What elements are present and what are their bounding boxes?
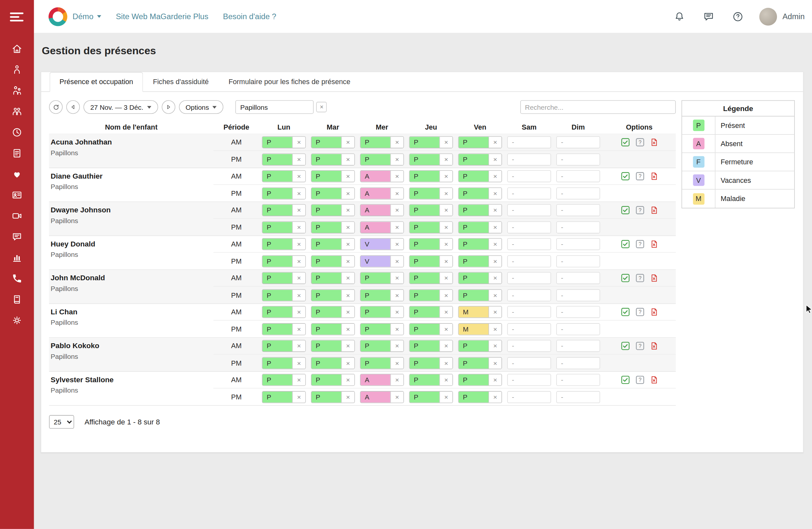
clear-status-button[interactable]: × <box>439 239 452 250</box>
attendance-cell[interactable]: P× <box>458 187 502 199</box>
attendance-cell-empty[interactable]: - <box>556 289 600 301</box>
clear-status-button[interactable]: × <box>390 171 403 182</box>
page-size-select[interactable]: 25 <box>49 415 74 429</box>
attendance-cell[interactable]: P× <box>458 204 502 216</box>
attendance-cell[interactable]: M× <box>458 323 502 335</box>
clear-status-button[interactable]: × <box>390 256 403 267</box>
attendance-cell-empty[interactable]: - <box>556 170 600 182</box>
attendance-help-button[interactable]: ? <box>636 206 644 215</box>
clear-status-button[interactable]: × <box>489 256 502 267</box>
sidebar-item-settings[interactable] <box>0 315 34 326</box>
attendance-cell-empty[interactable]: - <box>507 374 551 386</box>
attendance-cell[interactable]: P× <box>409 306 453 318</box>
attendance-cell[interactable]: P× <box>360 289 404 301</box>
sidebar-item-reports[interactable] <box>0 252 34 263</box>
tab-fiches-d-assiduite[interactable]: Fiches d'assiduité <box>143 72 219 92</box>
attendance-cell[interactable]: P× <box>262 323 306 335</box>
attendance-cell[interactable]: P× <box>311 272 355 284</box>
attendance-cell[interactable]: P× <box>409 137 453 148</box>
attendance-cell-empty[interactable]: - <box>556 272 600 284</box>
clear-status-button[interactable]: × <box>390 239 403 250</box>
clear-status-button[interactable]: × <box>489 137 502 148</box>
clear-status-button[interactable]: × <box>292 188 305 199</box>
attendance-cell-empty[interactable]: - <box>507 357 551 369</box>
attendance-cell[interactable]: P× <box>311 238 355 250</box>
attendance-cell-empty[interactable]: - <box>507 221 551 233</box>
clear-status-button[interactable]: × <box>439 222 452 233</box>
clear-status-button[interactable]: × <box>439 306 452 318</box>
clear-status-button[interactable]: × <box>489 204 502 216</box>
attendance-cell[interactable]: P× <box>311 255 355 267</box>
clear-status-button[interactable]: × <box>342 272 354 284</box>
clear-status-button[interactable]: × <box>489 306 502 318</box>
clear-status-button[interactable]: × <box>489 222 502 233</box>
attendance-help-button[interactable]: ? <box>636 342 644 351</box>
sidebar-item-contacts[interactable] <box>0 190 34 201</box>
clear-status-button[interactable]: × <box>292 154 305 165</box>
clear-status-button[interactable]: × <box>390 306 403 318</box>
clear-status-button[interactable]: × <box>342 222 354 233</box>
clear-status-button[interactable]: × <box>439 290 452 301</box>
clear-status-button[interactable]: × <box>342 340 354 352</box>
attendance-cell-empty[interactable]: - <box>507 272 551 284</box>
sidebar-item-home[interactable] <box>0 43 34 54</box>
attendance-cell[interactable]: P× <box>262 187 306 199</box>
sidebar-item-calls[interactable] <box>0 273 34 284</box>
nav-link-website[interactable]: Site Web MaGarderie Plus <box>116 12 208 21</box>
attendance-cell[interactable]: V× <box>360 255 404 267</box>
attendance-cell[interactable]: P× <box>311 391 355 403</box>
clear-status-button[interactable]: × <box>390 374 403 385</box>
attendance-cell-empty[interactable]: - <box>507 306 551 318</box>
nav-link-help[interactable]: Besoin d'aide ? <box>223 12 276 21</box>
attendance-help-button[interactable]: ? <box>636 172 644 181</box>
previous-week-button[interactable] <box>66 100 80 114</box>
attendance-cell-empty[interactable]: - <box>507 323 551 335</box>
clear-status-button[interactable]: × <box>292 324 305 334</box>
attendance-cell-empty[interactable]: - <box>507 153 551 165</box>
clear-status-button[interactable]: × <box>390 204 403 216</box>
attendance-cell[interactable]: V× <box>360 238 404 250</box>
attendance-cell[interactable]: P× <box>262 255 306 267</box>
clear-status-button[interactable]: × <box>390 222 403 233</box>
attendance-cell-empty[interactable]: - <box>507 340 551 352</box>
attendance-cell[interactable]: P× <box>458 137 502 148</box>
attendance-cell-empty[interactable]: - <box>556 374 600 386</box>
attendance-help-button[interactable]: ? <box>636 375 644 384</box>
confirm-attendance-button[interactable] <box>621 206 629 215</box>
clear-status-button[interactable]: × <box>292 256 305 267</box>
clear-status-button[interactable]: × <box>390 290 403 301</box>
clear-status-button[interactable]: × <box>292 204 305 216</box>
clear-status-button[interactable]: × <box>342 239 354 250</box>
attendance-cell[interactable]: P× <box>262 374 306 386</box>
clear-status-button[interactable]: × <box>342 137 354 148</box>
attendance-cell-empty[interactable]: - <box>556 187 600 199</box>
attendance-help-button[interactable]: ? <box>636 240 644 248</box>
attendance-cell[interactable]: P× <box>409 221 453 233</box>
clear-status-button[interactable]: × <box>342 306 354 318</box>
attendance-help-button[interactable]: ? <box>636 274 644 283</box>
attendance-cell[interactable]: P× <box>311 153 355 165</box>
clear-status-button[interactable]: × <box>342 391 354 402</box>
attendance-cell[interactable]: P× <box>409 204 453 216</box>
attendance-cell[interactable]: P× <box>262 391 306 403</box>
attendance-cell-empty[interactable]: - <box>507 187 551 199</box>
attendance-cell[interactable]: P× <box>409 357 453 369</box>
attendance-cell[interactable]: P× <box>311 204 355 216</box>
clear-status-button[interactable]: × <box>342 256 354 267</box>
clear-status-button[interactable]: × <box>390 188 403 199</box>
clear-status-button[interactable]: × <box>489 391 502 402</box>
clear-status-button[interactable]: × <box>292 391 305 402</box>
delete-attendance-button[interactable] <box>650 206 658 215</box>
attendance-cell-empty[interactable]: - <box>556 340 600 352</box>
clear-status-button[interactable]: × <box>342 171 354 182</box>
attendance-cell[interactable]: P× <box>311 187 355 199</box>
sidebar-item-video[interactable] <box>0 211 34 221</box>
attendance-cell[interactable]: P× <box>458 340 502 352</box>
attendance-cell-empty[interactable]: - <box>556 153 600 165</box>
clear-status-button[interactable]: × <box>390 154 403 165</box>
attendance-cell[interactable]: P× <box>458 272 502 284</box>
clear-status-button[interactable]: × <box>439 256 452 267</box>
clear-status-button[interactable]: × <box>390 137 403 148</box>
sidebar-item-messages[interactable] <box>0 231 34 242</box>
attendance-cell-empty[interactable]: - <box>556 306 600 318</box>
